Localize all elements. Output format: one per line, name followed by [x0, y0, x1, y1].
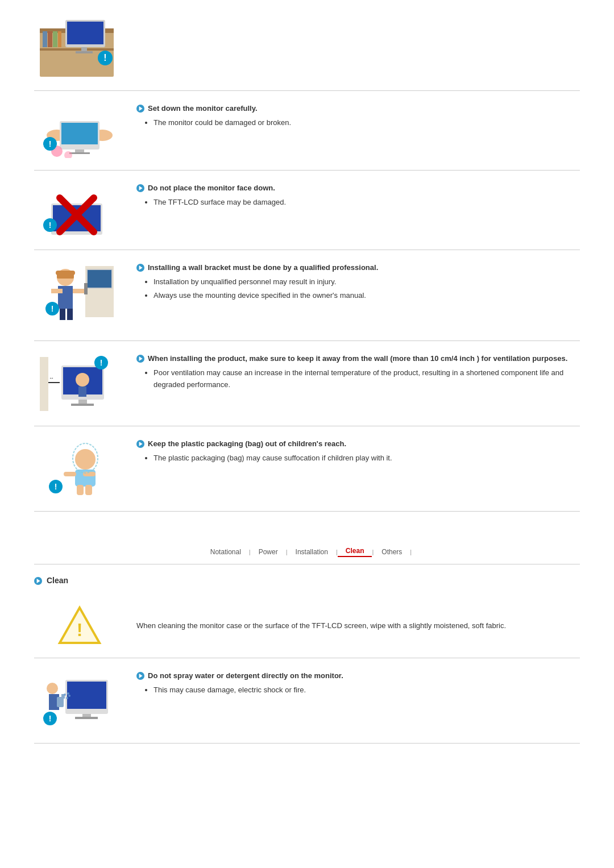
- nav-bar: Notational | Power | Installation | Clea…: [34, 540, 580, 564]
- warning-triangle-icon: !: [57, 603, 102, 649]
- section-plastic-bag-heading: Keep the plastic packaging (bag) out of …: [136, 439, 580, 448]
- section-ventilation-heading: When installing the product, make sure t…: [136, 354, 580, 363]
- section-set-down: ! Set down the monitor carefully. The mo…: [34, 91, 580, 171]
- svg-point-75: [64, 693, 66, 696]
- svg-text:!: !: [49, 221, 52, 230]
- bullet-item: This may cause damage, electric shock or…: [154, 684, 580, 696]
- svg-rect-5: [53, 31, 57, 47]
- svg-rect-51: [78, 387, 86, 397]
- bullet-item: The TFT-LCD surface may be damaged.: [154, 197, 580, 209]
- svg-rect-43: [40, 357, 48, 411]
- section-plastic-bag-image: !: [34, 437, 125, 501]
- svg-text:!: !: [49, 714, 52, 723]
- section-ventilation-bullets: Poor ventilation may cause an increase i…: [154, 367, 580, 391]
- svg-rect-2: [40, 48, 114, 51]
- svg-point-54: [75, 449, 96, 470]
- nav-item-clean[interactable]: Clean: [338, 547, 372, 557]
- svg-text:!: !: [49, 139, 52, 148]
- section-set-down-image: !: [34, 101, 125, 160]
- face-down-illustration: !: [40, 181, 119, 238]
- svg-rect-40: [56, 271, 75, 275]
- section-ventilation-image: ↔ !: [34, 351, 125, 416]
- clean-title: Clean: [47, 576, 68, 585]
- svg-rect-16: [61, 123, 98, 144]
- section-face-down-image: !: [34, 181, 125, 239]
- top-image-section: !: [34, 11, 580, 91]
- section-face-down-bullets: The TFT-LCD surface may be damaged.: [154, 197, 580, 209]
- section-plastic-bag-bullets: The plastic packaging (bag) may cause su…: [154, 452, 580, 464]
- section-plastic-bag: ! Keep the plastic packaging (bag) out o…: [34, 426, 580, 512]
- svg-point-76: [67, 692, 69, 695]
- bullet-item: The plastic packaging (bag) may cause su…: [154, 452, 580, 464]
- section-plastic-bag-content: Keep the plastic packaging (bag) out of …: [136, 437, 580, 466]
- circle-arrow-icon: [136, 440, 144, 448]
- section-no-spray-bullets: This may cause damage, electric shock or…: [154, 684, 580, 696]
- bullet-item: The monitor could be damaged or broken.: [154, 117, 580, 129]
- circle-arrow-icon: [136, 264, 144, 272]
- section-no-spray: ! Do not spray water or detergent direct…: [34, 658, 580, 744]
- svg-rect-66: [67, 682, 106, 709]
- svg-rect-56: [64, 472, 76, 476]
- circle-arrow-icon: [34, 577, 42, 585]
- svg-rect-58: [77, 485, 84, 495]
- section-wall-bracket-bullets: Installation by unqualified personnel ma…: [154, 276, 580, 302]
- nav-item-power[interactable]: Power: [251, 548, 286, 556]
- section-set-down-bullets: The monitor could be damaged or broken.: [154, 117, 580, 129]
- svg-rect-3: [43, 31, 47, 47]
- svg-rect-18: [69, 152, 90, 154]
- svg-rect-8: [67, 22, 103, 44]
- svg-point-50: [76, 373, 89, 387]
- section-wall-bracket-content: Installing a wall bracket must be done b…: [136, 260, 580, 304]
- circle-arrow-icon: [136, 355, 144, 363]
- svg-point-74: [68, 695, 70, 697]
- svg-point-69: [47, 683, 58, 694]
- nav-item-others[interactable]: Others: [374, 548, 410, 556]
- svg-text:↔: ↔: [49, 375, 54, 381]
- circle-arrow-icon: [136, 672, 144, 680]
- clean-section-header: Clean: [34, 576, 580, 585]
- wall-bracket-illustration: !: [40, 260, 119, 329]
- clean-intro-image: !: [34, 603, 125, 649]
- svg-rect-9: [81, 47, 87, 52]
- svg-text:!: !: [55, 482, 57, 491]
- circle-arrow-icon: [136, 184, 144, 192]
- plastic-bag-illustration: !: [40, 437, 119, 499]
- svg-rect-6: [58, 31, 61, 47]
- svg-rect-48: [78, 400, 87, 404]
- section-no-spray-content: Do not spray water or detergent directly…: [136, 668, 580, 698]
- section-face-down: ! Do not place the monitor face down. Th…: [34, 171, 580, 250]
- nav-item-notational[interactable]: Notational: [202, 548, 249, 556]
- svg-rect-37: [60, 309, 65, 320]
- section-face-down-content: Do not place the monitor face down. The …: [136, 181, 580, 210]
- svg-rect-31: [88, 270, 111, 288]
- top-illustration: !: [34, 17, 125, 80]
- svg-rect-68: [75, 717, 98, 719]
- bullet-item: Poor ventilation may cause an increase i…: [154, 367, 580, 391]
- svg-rect-4: [48, 31, 52, 47]
- svg-rect-59: [85, 485, 92, 495]
- svg-rect-32: [84, 283, 88, 294]
- svg-rect-36: [73, 289, 84, 293]
- svg-text:!: !: [51, 304, 54, 313]
- section-wall-bracket: ! Installing a wall bracket must be done…: [34, 250, 580, 341]
- set-down-illustration: !: [40, 101, 119, 158]
- no-spray-illustration: !: [40, 668, 119, 731]
- section-wall-bracket-image: !: [34, 260, 125, 330]
- section-ventilation: ↔ ! When installing: [34, 341, 580, 426]
- svg-rect-10: [76, 51, 93, 53]
- svg-rect-38: [67, 309, 73, 320]
- nav-item-installation[interactable]: Installation: [288, 548, 336, 556]
- svg-text:!: !: [100, 358, 103, 367]
- section-face-down-heading: Do not place the monitor face down.: [136, 183, 580, 192]
- section-set-down-heading: Set down the monitor carefully.: [136, 103, 580, 113]
- section-set-down-content: Set down the monitor carefully. The moni…: [136, 101, 580, 131]
- ventilation-illustration: ↔ !: [40, 351, 119, 414]
- circle-arrow-icon: [136, 105, 144, 113]
- svg-rect-35: [51, 289, 63, 293]
- section-no-spray-image: !: [34, 668, 125, 733]
- section-wall-bracket-heading: Installing a wall bracket must be done b…: [136, 263, 580, 272]
- svg-point-73: [66, 697, 68, 699]
- section-no-spray-heading: Do not spray water or detergent directly…: [136, 671, 580, 680]
- nav-separator: |: [410, 549, 412, 555]
- clean-intro-row: ! When cleaning the monitor case or the …: [34, 594, 580, 658]
